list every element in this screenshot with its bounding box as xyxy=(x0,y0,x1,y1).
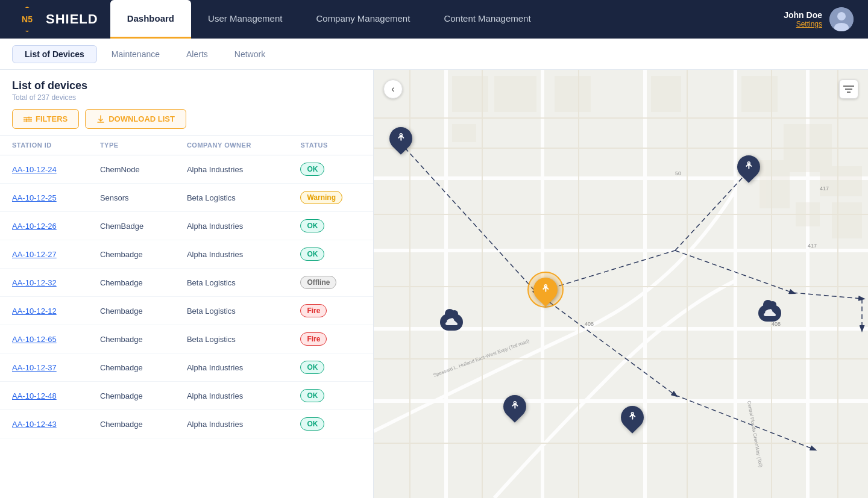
nav-tab-user-management[interactable]: User Management xyxy=(191,0,299,39)
cell-status: Offline xyxy=(288,269,373,297)
cell-company: Beta Logistics xyxy=(175,325,289,353)
cell-status: Warning xyxy=(288,184,373,212)
map-area: 408 408 50 417 417 Spessard L. Holland E… xyxy=(374,70,868,498)
map-node-3[interactable] xyxy=(503,395,526,418)
table-row: AA-10-12-43 Chembadge Alpha Industries O… xyxy=(0,410,373,438)
nav-right: John Doe Settings xyxy=(784,7,854,31)
cell-station-id[interactable]: AA-10-12-26 xyxy=(0,212,88,240)
cloud-icon-left xyxy=(445,318,458,326)
nav-tab-dashboard[interactable]: Dashboard xyxy=(110,0,191,39)
user-info: John Doe Settings xyxy=(784,10,822,28)
cell-station-id[interactable]: AA-10-12-48 xyxy=(0,382,88,410)
col-type: TYPE xyxy=(88,135,175,155)
nav-tab-content-management[interactable]: Content Management xyxy=(427,0,547,39)
cell-type: Chembadge xyxy=(88,240,175,269)
map-background: 408 408 50 417 417 Spessard L. Holland E… xyxy=(374,70,868,498)
cell-status: OK xyxy=(288,155,373,184)
download-button[interactable]: DOWNLOAD LIST xyxy=(85,109,186,129)
cell-status: OK xyxy=(288,240,373,269)
cell-company: Beta Logistics xyxy=(175,184,289,212)
nav-tab-company-management[interactable]: Company Management xyxy=(299,0,427,39)
map-back-button[interactable]: ‹ xyxy=(383,79,403,99)
svg-point-3 xyxy=(26,118,28,120)
user-settings-link[interactable]: Settings xyxy=(784,20,822,28)
cell-type: ChemBadge xyxy=(88,212,175,240)
map-node-4[interactable] xyxy=(621,406,644,429)
cell-station-id[interactable]: AA-10-12-65 xyxy=(0,325,88,353)
map-node-1[interactable] xyxy=(389,127,412,150)
map-node-cloud-right[interactable] xyxy=(758,305,781,322)
map-filter-icon xyxy=(843,84,854,94)
table-row: AA-10-12-65 Chembadge Beta Logistics Fir… xyxy=(0,325,373,353)
main-layout: List of devices Total of 237 devices xyxy=(0,70,868,498)
table-row: AA-10-12-48 Chembadge Alpha Industries O… xyxy=(0,382,373,410)
antenna-icon-3 xyxy=(510,401,520,412)
cell-type: ChemNode xyxy=(88,155,175,184)
filters-button[interactable]: FILTERS xyxy=(12,109,79,129)
table-row: AA-10-12-24 ChemNode Alpha Industries OK xyxy=(0,155,373,184)
subnav: List of Devices Maintenance Alerts Netwo… xyxy=(0,39,868,70)
svg-rect-35 xyxy=(494,76,536,112)
cell-status: OK xyxy=(288,212,373,240)
svg-rect-38 xyxy=(741,76,778,112)
panel-subtitle: Total of 237 devices xyxy=(12,93,361,102)
table-row: AA-10-12-25 Sensors Beta Logistics Warni… xyxy=(0,184,373,212)
table-row: AA-10-12-27 Chembadge Alpha Industries O… xyxy=(0,240,373,269)
panel-header: List of devices Total of 237 devices xyxy=(0,70,373,135)
svg-rect-44 xyxy=(796,202,820,226)
subnav-tab-network[interactable]: Network xyxy=(222,46,277,63)
svg-rect-34 xyxy=(452,76,488,112)
cell-type: Chembadge xyxy=(88,353,175,382)
cell-type: Chembadge xyxy=(88,382,175,410)
cell-station-id[interactable]: AA-10-12-27 xyxy=(0,240,88,269)
map-node-cloud-left[interactable] xyxy=(440,314,463,331)
col-company-owner: COMPANY OWNER xyxy=(175,135,289,155)
avatar xyxy=(829,7,854,31)
cell-company: Alpha Industries xyxy=(175,353,289,382)
left-panel: List of devices Total of 237 devices xyxy=(0,70,374,498)
table-row: AA-10-12-26 ChemBadge Alpha Industries O… xyxy=(0,212,373,240)
cell-type: Sensors xyxy=(88,184,175,212)
cell-status: Fire xyxy=(288,325,373,353)
svg-text:417: 417 xyxy=(808,243,817,249)
cell-station-id[interactable]: AA-10-12-25 xyxy=(0,184,88,212)
col-station-id: STATION ID xyxy=(0,135,88,155)
map-node-center[interactable] xyxy=(527,272,564,308)
svg-rect-37 xyxy=(651,76,681,112)
table-row: AA-10-12-32 Chembadge Beta Logistics Off… xyxy=(0,269,373,297)
cell-company: Alpha Industries xyxy=(175,410,289,438)
logo-area: N5 SHIELD xyxy=(14,7,98,32)
svg-point-1 xyxy=(837,12,846,20)
svg-text:417: 417 xyxy=(820,185,829,191)
cell-type: Chembadge xyxy=(88,269,175,297)
panel-actions: FILTERS DOWNLOAD LIST xyxy=(12,109,361,129)
subnav-tab-list-of-devices[interactable]: List of Devices xyxy=(12,45,97,63)
antenna-icon-center xyxy=(541,284,550,296)
cell-company: Beta Logistics xyxy=(175,297,289,325)
download-icon xyxy=(96,115,105,123)
map-node-2[interactable] xyxy=(737,155,760,178)
cell-station-id[interactable]: AA-10-12-32 xyxy=(0,269,88,297)
cell-company: Alpha Industries xyxy=(175,240,289,269)
cell-station-id[interactable]: AA-10-12-12 xyxy=(0,297,88,325)
svg-text:408: 408 xyxy=(772,321,781,327)
svg-rect-40 xyxy=(784,124,832,172)
col-status: STATUS xyxy=(288,135,373,155)
logo-n: N5 xyxy=(22,14,33,24)
logo-hex: N5 xyxy=(14,7,40,32)
logo-text: SHIELD xyxy=(46,11,98,27)
cell-company: Alpha Industries xyxy=(175,155,289,184)
map-filter-button[interactable] xyxy=(839,79,858,99)
cell-station-id[interactable]: AA-10-12-43 xyxy=(0,410,88,438)
cell-type: Chembadge xyxy=(88,297,175,325)
nav-tabs: Dashboard User Management Company Manage… xyxy=(110,0,548,39)
antenna-icon-4 xyxy=(627,412,637,423)
subnav-tab-maintenance[interactable]: Maintenance xyxy=(99,46,172,63)
svg-rect-42 xyxy=(820,166,862,196)
subnav-tab-alerts[interactable]: Alerts xyxy=(174,46,220,63)
svg-rect-41 xyxy=(760,160,790,208)
user-name: John Doe xyxy=(784,10,822,20)
cell-station-id[interactable]: AA-10-12-24 xyxy=(0,155,88,184)
cell-station-id[interactable]: AA-10-12-37 xyxy=(0,353,88,382)
svg-point-4 xyxy=(28,116,30,118)
